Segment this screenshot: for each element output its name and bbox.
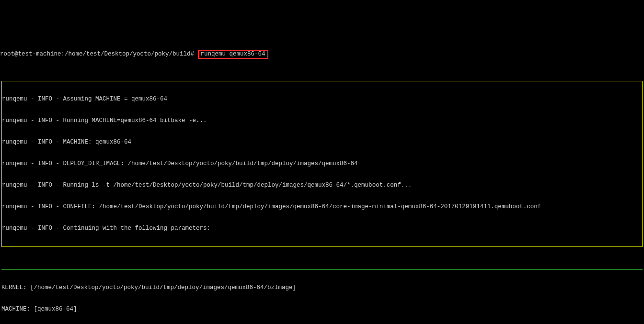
info-line: runqemu - INFO - CONFFILE: /home/test/De… — [2, 203, 642, 211]
prompt-line: root@test-machine:/home/test/Desktop/yoc… — [0, 50, 644, 59]
info-line: runqemu - INFO - Continuing with the fol… — [2, 225, 642, 232]
params-box: KERNEL: [/home/test/Desktop/yocto/poky/b… — [1, 269, 643, 324]
info-line: runqemu - INFO - MACHINE: qemux86-64 — [2, 139, 642, 146]
terminal-window[interactable]: root@test-machine:/home/test/Desktop/yoc… — [0, 29, 644, 324]
info-line: runqemu - INFO - Running MACHINE=qemux86… — [2, 117, 642, 124]
info-box: runqemu - INFO - Assuming MACHINE = qemu… — [1, 81, 643, 247]
command-highlight: runqemu qemux86-64 — [198, 50, 268, 59]
param-line: KERNEL: [/home/test/Desktop/yocto/poky/b… — [1, 284, 643, 291]
info-line: runqemu - INFO - Running ls -t /home/tes… — [2, 182, 642, 189]
info-line: runqemu - INFO - DEPLOY_DIR_IMAGE: /home… — [2, 160, 642, 168]
param-line: MACHINE: [qemux86-64] — [1, 306, 643, 313]
info-line: runqemu - INFO - Assuming MACHINE = qemu… — [2, 96, 642, 103]
shell-prompt: root@test-machine:/home/test/Desktop/yoc… — [0, 51, 194, 57]
command-text: runqemu qemux86-64 — [201, 51, 265, 57]
